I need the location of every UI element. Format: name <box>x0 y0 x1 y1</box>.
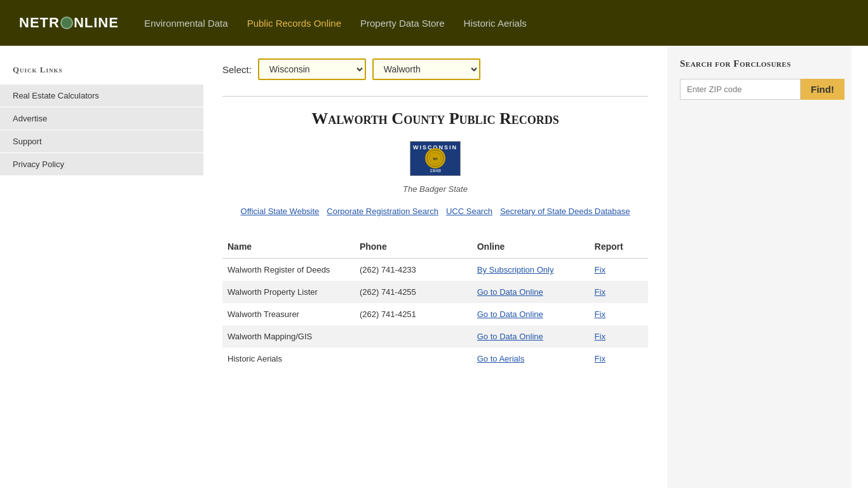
online-link[interactable]: Go to Data Online <box>477 287 543 297</box>
sidebar-title: Quick Links <box>0 58 203 85</box>
nav-historic-aerials[interactable]: Historic Aerials <box>464 18 527 29</box>
sidebar-item-advertise[interactable]: Advertise <box>0 107 203 130</box>
cell-online[interactable]: Go to Data Online <box>472 303 590 325</box>
main-nav: Environmental Data Public Records Online… <box>144 18 527 29</box>
badger-state-text: The Badger State <box>222 184 648 194</box>
cell-phone: (262) 741-4233 <box>355 259 472 281</box>
cell-report[interactable]: Fix <box>590 259 648 281</box>
state-flag-container: WISCONSIN WI 1848 <box>222 141 648 178</box>
table-row: Historic AerialsGo to AerialsFix <box>222 348 648 370</box>
ucc-search-link[interactable]: UCC Search <box>446 207 492 216</box>
county-section: Walworth County Public Records WISCONSIN… <box>222 96 648 370</box>
cell-report[interactable]: Fix <box>590 325 648 348</box>
cell-name: Walworth Mapping/GIS <box>222 325 355 348</box>
cell-name: Historic Aerials <box>222 348 355 370</box>
online-link[interactable]: By Subscription Only <box>477 265 554 274</box>
svg-text:WI: WI <box>433 157 438 161</box>
col-header-phone: Phone <box>355 235 472 259</box>
state-flag: WISCONSIN WI 1848 <box>410 141 461 176</box>
nav-environmental-data[interactable]: Environmental Data <box>144 18 228 29</box>
nav-property-data-store[interactable]: Property Data Store <box>360 18 445 29</box>
flag-seal: WI <box>425 148 445 168</box>
report-link[interactable]: Fix <box>595 265 606 274</box>
report-link[interactable]: Fix <box>595 309 606 319</box>
col-header-name: Name <box>222 235 355 259</box>
cell-online[interactable]: By Subscription Only <box>472 259 590 281</box>
globe-icon <box>60 17 73 29</box>
county-title: Walworth County Public Records <box>222 109 648 128</box>
col-header-online: Online <box>472 235 590 259</box>
table-row: Walworth Treasurer(262) 741-4251Go to Da… <box>222 303 648 325</box>
cell-report[interactable]: Fix <box>590 348 648 370</box>
table-row: Walworth Property Lister(262) 741-4255Go… <box>222 281 648 303</box>
online-link[interactable]: Go to Data Online <box>477 332 543 341</box>
foreclosure-title: Search for Forclosures <box>680 58 839 69</box>
main-layout: Quick Links Real Estate Calculators Adve… <box>0 46 868 488</box>
table-row: Walworth Register of Deeds(262) 741-4233… <box>222 259 648 281</box>
records-table: Name Phone Online Report Walworth Regist… <box>222 235 648 370</box>
select-row: Select: Wisconsin Alabama Alaska Arizona… <box>222 58 648 80</box>
sidebar-item-support[interactable]: Support <box>0 130 203 153</box>
table-row: Walworth Mapping/GISGo to Data OnlineFix <box>222 325 648 348</box>
find-button[interactable]: Find! <box>801 79 844 100</box>
main-content: Select: Wisconsin Alabama Alaska Arizona… <box>203 46 667 488</box>
corporate-registration-link[interactable]: Corporate Registration Search <box>327 207 438 216</box>
zip-search-row: Find! <box>680 79 839 100</box>
online-link[interactable]: Go to Data Online <box>477 309 543 319</box>
cell-report[interactable]: Fix <box>590 303 648 325</box>
header: NETRNLINE Environmental Data Public Reco… <box>0 0 868 46</box>
state-select[interactable]: Wisconsin Alabama Alaska Arizona Califor… <box>258 58 366 80</box>
zip-input[interactable] <box>680 79 801 100</box>
logo[interactable]: NETRNLINE <box>19 15 119 31</box>
select-label: Select: <box>222 64 252 75</box>
cell-phone <box>355 348 472 370</box>
sidebar: Quick Links Real Estate Calculators Adve… <box>0 46 203 488</box>
report-link[interactable]: Fix <box>595 354 606 363</box>
cell-online[interactable]: Go to Aerials <box>472 348 590 370</box>
cell-name: Walworth Property Lister <box>222 281 355 303</box>
col-header-report: Report <box>590 235 648 259</box>
report-link[interactable]: Fix <box>595 287 606 297</box>
online-link[interactable]: Go to Aerials <box>477 354 524 363</box>
flag-year: 1848 <box>410 168 460 173</box>
cell-report[interactable]: Fix <box>590 281 648 303</box>
cell-phone: (262) 741-4255 <box>355 281 472 303</box>
county-select[interactable]: Walworth Milwaukee Dane Brown Waukesha <box>372 58 480 80</box>
cell-phone <box>355 325 472 348</box>
sidebar-item-privacy-policy[interactable]: Privacy Policy <box>0 153 203 176</box>
cell-name: Walworth Treasurer <box>222 303 355 325</box>
cell-online[interactable]: Go to Data Online <box>472 325 590 348</box>
cell-online[interactable]: Go to Data Online <box>472 281 590 303</box>
cell-phone: (262) 741-4251 <box>355 303 472 325</box>
cell-name: Walworth Register of Deeds <box>222 259 355 281</box>
report-link[interactable]: Fix <box>595 332 606 341</box>
nav-public-records[interactable]: Public Records Online <box>247 18 341 29</box>
secretary-deeds-link[interactable]: Secretary of State Deeds Database <box>500 207 630 216</box>
official-state-website-link[interactable]: Official State Website <box>241 207 320 216</box>
sidebar-item-real-estate[interactable]: Real Estate Calculators <box>0 85 203 107</box>
state-links: Official State Website Corporate Registr… <box>222 207 648 216</box>
right-panel: Search for Forclosures Find! <box>667 46 851 488</box>
